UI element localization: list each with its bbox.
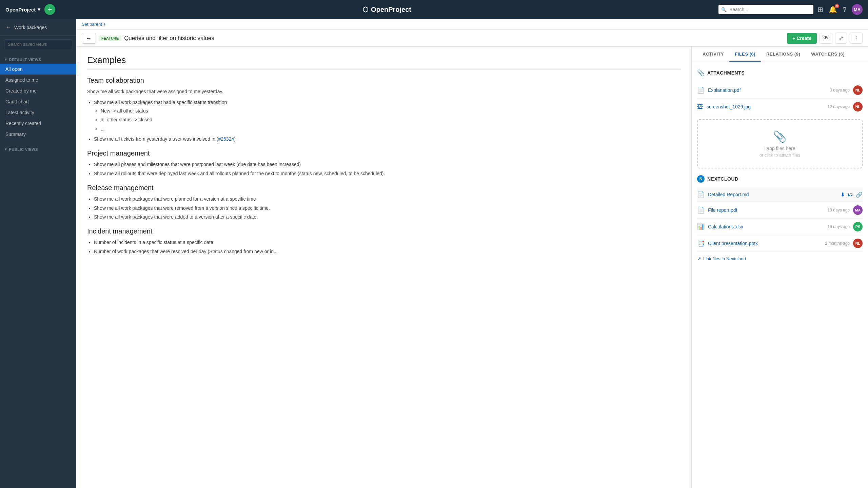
main-area: Set parent + ← FEATURE Queries and filte…: [76, 19, 868, 488]
sidebar-item-created-by-me[interactable]: Created by me: [0, 85, 76, 96]
set-parent-button[interactable]: Set parent +: [82, 22, 106, 27]
list-item: New -> all other status: [101, 107, 680, 115]
set-parent-label: Set parent: [82, 22, 102, 27]
public-views-section: ▾ PUBLIC VIEWS: [0, 142, 76, 156]
section-project-management: Project management: [87, 149, 680, 157]
sidebar-search-input[interactable]: [4, 39, 72, 49]
link-nextcloud-button[interactable]: ↗ Link files in Nextcloud: [697, 256, 863, 261]
file-item-detailed-report: 📄 Detailed Report.md ⬇ 🗂 🔗: [697, 187, 863, 202]
search-wrap: [718, 5, 813, 14]
sidebar-back-btn[interactable]: ← Work packages: [0, 19, 76, 36]
sidebar-item-summary[interactable]: Summary: [0, 129, 76, 140]
tab-relations[interactable]: RELATIONS (9): [761, 47, 806, 62]
pdf-icon2: 📄: [697, 206, 705, 214]
ticket-link[interactable]: #26324: [218, 136, 234, 142]
list-item: ...: [101, 125, 680, 133]
file-link-presentation[interactable]: Client presentation.pptx: [708, 241, 822, 246]
expand-button[interactable]: ⤢: [835, 33, 847, 44]
list-item: Number of work packages that were resolv…: [94, 248, 680, 255]
file-item-screenshot: 🖼 screenshot_1029.jpg 12 days ago NL: [697, 99, 863, 115]
unlink-icon[interactable]: 🔗: [856, 191, 863, 198]
file-meta-file-report: 10 days ago: [828, 208, 850, 212]
feature-badge: FEATURE: [99, 36, 121, 41]
list-item: all other status -> closed: [101, 116, 680, 123]
brand[interactable]: OpenProject ▾: [5, 6, 40, 13]
default-views-section: ▾ DEFAULT VIEWS All open Assigned to me …: [0, 53, 76, 142]
drop-zone-subtext: or click to attach files: [708, 152, 852, 158]
sidebar-item-assigned-to-me[interactable]: Assigned to me: [0, 75, 76, 85]
sidebar-back-label: Work packages: [14, 25, 47, 30]
detail-tabs: ACTIVITY FILES (6) RELATIONS (9) WATCHER…: [692, 47, 868, 62]
file-meta-explanation: 3 days ago: [830, 88, 850, 93]
section-team-collaboration: Team collaboration: [87, 77, 680, 84]
sidebar: ← Work packages ▾ DEFAULT VIEWS All open…: [0, 19, 76, 488]
sidebar-search-wrap: [0, 36, 76, 53]
sidebar-item-label: Recently created: [5, 121, 41, 126]
file-link-explanation[interactable]: Explanation.pdf: [708, 87, 826, 93]
file-avatar-nl: NL: [853, 85, 863, 95]
sidebar-item-recently-created[interactable]: Recently created: [0, 118, 76, 129]
breadcrumb-bar: Set parent +: [76, 19, 868, 30]
folder-icon[interactable]: 🗂: [848, 191, 853, 198]
nextcloud-section: N NEXTCLOUD 📄 Detailed Report.md ⬇ 🗂 🔗: [697, 175, 863, 261]
list-item: Show me all work packages that were plan…: [94, 195, 680, 203]
list-item: Show me all work packages that had a spe…: [94, 99, 680, 133]
tab-watchers[interactable]: WATCHERS (6): [806, 47, 850, 62]
list-item: Show me all work packages that were remo…: [94, 204, 680, 212]
download-icon[interactable]: ⬇: [841, 191, 845, 198]
chevron-down-icon: ▾: [5, 57, 7, 62]
md-icon: 📄: [697, 191, 705, 198]
toolbar-back-button[interactable]: ←: [82, 33, 96, 44]
grid-menu-button[interactable]: ⊞: [817, 5, 823, 14]
sidebar-item-gantt-chart[interactable]: Gantt chart: [0, 96, 76, 107]
avatar[interactable]: MA: [852, 4, 863, 15]
file-link-calculations[interactable]: Calculations.xlsx: [708, 224, 824, 229]
public-views-header[interactable]: ▾ PUBLIC VIEWS: [0, 145, 76, 154]
drop-zone[interactable]: 📎 Drop files here or click to attach fil…: [697, 119, 863, 168]
file-avatar-nl3: NL: [853, 239, 863, 248]
toolbar: ← FEATURE Queries and filter on historic…: [76, 30, 868, 47]
sidebar-item-latest-activity[interactable]: Latest activity: [0, 107, 76, 118]
details-panel: ACTIVITY FILES (6) RELATIONS (9) WATCHER…: [692, 47, 868, 488]
nextcloud-header: N NEXTCLOUD: [697, 175, 863, 183]
default-views-header[interactable]: ▾ DEFAULT VIEWS: [0, 55, 76, 64]
list-item: Show me all rollouts that were deployed …: [94, 170, 680, 177]
brand-caret-icon: ▾: [38, 6, 40, 13]
list-item: Number of incidents in a specific status…: [94, 239, 680, 246]
sidebar-item-label: Created by me: [5, 88, 37, 94]
attachments-title: ATTACHMENTS: [707, 70, 745, 76]
sidebar-item-label: All open: [5, 66, 23, 72]
preview-button[interactable]: 👁: [820, 33, 832, 44]
brand-label: OpenProject: [5, 7, 36, 13]
nextcloud-icon: N: [697, 175, 705, 183]
paperclip-drop-icon: 📎: [708, 130, 852, 143]
content-heading: Examples: [87, 55, 680, 70]
chevron-right-icon: ▾: [5, 147, 7, 151]
file-link-screenshot[interactable]: screenshot_1029.jpg: [707, 104, 824, 109]
file-item-file-report: 📄 File report.pdf 10 days ago MA: [697, 202, 863, 219]
more-options-button[interactable]: ⋮: [850, 33, 863, 44]
create-button[interactable]: + Create: [787, 33, 817, 44]
help-button[interactable]: ?: [843, 6, 846, 14]
nextcloud-title: NEXTCLOUD: [707, 176, 738, 182]
sidebar-item-all-open[interactable]: All open: [0, 64, 76, 75]
nested-list: New -> all other status all other status…: [101, 107, 680, 133]
tab-files[interactable]: FILES (6): [729, 47, 761, 62]
tab-activity[interactable]: ACTIVITY: [697, 47, 729, 62]
detail-content: 📎 ATTACHMENTS 📄 Explanation.pdf 3 days a…: [692, 62, 868, 268]
search-input[interactable]: [718, 5, 813, 14]
sidebar-item-label: Gantt chart: [5, 99, 29, 104]
section-release-management: Release management: [87, 184, 680, 192]
file-actions: ⬇ 🗂 🔗: [841, 191, 863, 198]
file-link-file-report[interactable]: File report.pdf: [708, 207, 824, 213]
list-item: Show me all work packages that were adde…: [94, 213, 680, 221]
file-item-presentation: 📑 Client presentation.pptx 2 months ago …: [697, 235, 863, 252]
external-link-icon: ↗: [697, 256, 701, 261]
notifications-button[interactable]: 🔔 9: [829, 5, 837, 14]
back-arrow-icon: ←: [5, 24, 12, 31]
logo-text: OpenProject: [371, 6, 411, 14]
file-link-detailed-report[interactable]: Detailed Report.md: [708, 192, 837, 197]
drop-zone-text: Drop files here: [708, 146, 852, 151]
team-collab-desc: Show me all work packages that were assi…: [87, 88, 680, 95]
new-project-button[interactable]: +: [44, 4, 55, 15]
